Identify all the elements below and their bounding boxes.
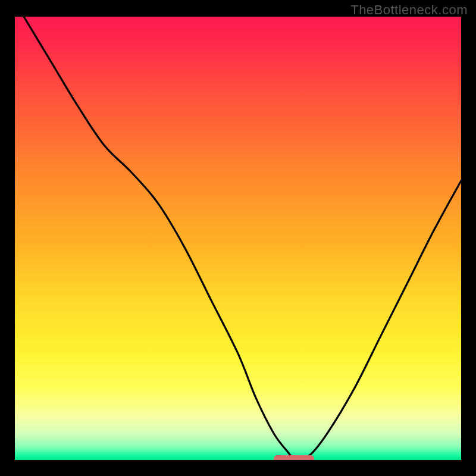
plot-area xyxy=(15,17,461,460)
optimal-marker xyxy=(274,455,314,460)
chart-frame: TheBottleneck.com xyxy=(0,0,476,476)
bottleneck-curve xyxy=(15,17,461,460)
curve-path xyxy=(24,17,461,460)
watermark-text: TheBottleneck.com xyxy=(350,2,468,18)
